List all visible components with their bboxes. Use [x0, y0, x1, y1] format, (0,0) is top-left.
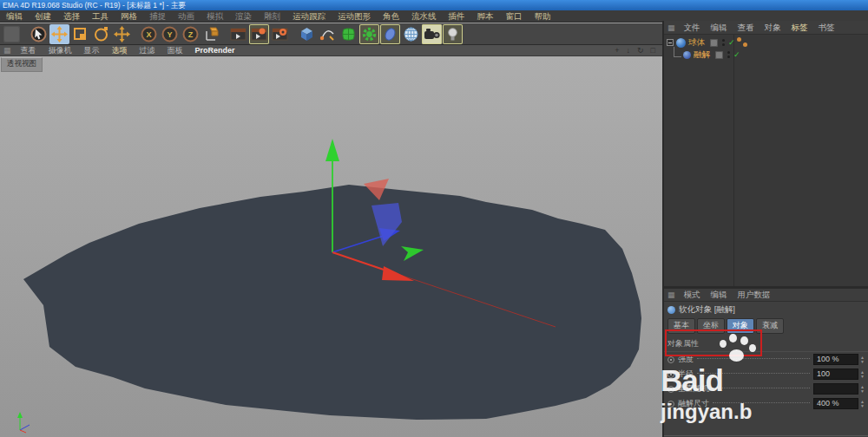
phong-tag-icon[interactable]	[710, 39, 718, 47]
om-menu-objects[interactable]: 对象	[760, 21, 786, 35]
camera-button[interactable]	[422, 24, 442, 44]
menu-simulate[interactable]: 模拟	[201, 10, 229, 23]
am-panel-menu-icon[interactable]: ▦	[664, 290, 679, 299]
menu-tools[interactable]: 工具	[86, 10, 115, 23]
last-tool-button[interactable]	[112, 24, 132, 44]
menu-sculpt[interactable]: 雕刻	[258, 10, 286, 23]
layer-dot[interactable]	[737, 37, 741, 42]
menu-plugins[interactable]: 插件	[443, 10, 471, 23]
om-panel-menu-icon[interactable]: ▦	[664, 23, 679, 32]
visibility-dots[interactable]	[727, 50, 730, 59]
last-tool-icon	[114, 26, 130, 42]
menu-create[interactable]: 创建	[29, 10, 57, 23]
stepper-arrows[interactable]: ▲▼	[860, 355, 865, 364]
object-manager-tree[interactable]: 球体 ✓ 融解 ✓	[664, 35, 868, 286]
visibility-dots[interactable]	[722, 38, 725, 47]
menu-snap[interactable]: 捕捉	[143, 10, 172, 23]
layer-dot[interactable]	[743, 42, 747, 47]
lock-x-axis-button[interactable]: X	[139, 24, 159, 44]
viewport-menubar: ▦ 查看 摄像机 显示 选项 过滤 面板 ProRender + ↓ ↻ □	[0, 45, 662, 56]
generator-button[interactable]	[359, 24, 379, 44]
vertical-randomness-value-field[interactable]	[813, 383, 858, 395]
collapse-icon[interactable]	[667, 39, 674, 46]
vp-menu-display[interactable]: 显示	[78, 45, 106, 56]
enabled-check-icon[interactable]: ✓	[733, 50, 740, 59]
perspective-viewport: ▦ 查看 摄像机 显示 选项 过滤 面板 ProRender + ↓ ↻ □	[0, 45, 662, 437]
stepper-arrows[interactable]: ▲▼	[860, 385, 865, 394]
pan-view-icon[interactable]: +	[611, 45, 622, 56]
vp-menu-panel[interactable]: 面板	[161, 45, 189, 56]
phong-tag-icon[interactable]	[715, 51, 723, 59]
toggle-view-icon[interactable]: □	[648, 45, 659, 56]
rotate-view-icon[interactable]: ↻	[634, 45, 648, 56]
om-menu-view[interactable]: 查看	[733, 21, 760, 35]
menu-render[interactable]: 渲染	[229, 10, 258, 23]
vp-menu-view[interactable]: 查看	[15, 45, 43, 56]
om-menu-bookmarks[interactable]: 书签	[813, 21, 840, 35]
scale-tool-button[interactable]	[70, 24, 90, 44]
menu-character[interactable]: 角色	[377, 10, 405, 23]
am-menu-mode[interactable]: 模式	[679, 288, 706, 302]
menu-pipeline[interactable]: 流水线	[405, 10, 443, 23]
lock-z-axis-button[interactable]: Z	[181, 24, 201, 44]
keyframe-dot-icon[interactable]	[667, 356, 674, 363]
keyframe-dot-icon[interactable]	[667, 371, 674, 378]
sphere-object-icon[interactable]	[676, 38, 686, 48]
lock-y-axis-button[interactable]: Y	[160, 24, 180, 44]
live-selection-button[interactable]	[29, 24, 49, 44]
vp-menu-filter[interactable]: 过滤	[134, 45, 161, 56]
rotate-tool-button[interactable]	[91, 24, 111, 44]
menu-select[interactable]: 选择	[57, 10, 86, 23]
menu-motion-tracker[interactable]: 运动跟踪	[286, 10, 332, 23]
render-settings-button[interactable]	[270, 24, 290, 44]
subdivision-surface-button[interactable]	[339, 24, 358, 44]
enabled-check-icon[interactable]: ✓	[728, 38, 735, 47]
keyframe-dot-icon[interactable]	[667, 401, 674, 408]
strength-value-field[interactable]: 100 %	[813, 354, 858, 365]
object-row-melt[interactable]: 融解 ✓	[671, 49, 740, 61]
deformer-button[interactable]	[380, 24, 400, 44]
om-menu-file[interactable]: 文件	[679, 21, 706, 35]
viewport-nav-icons: + ↓ ↻ □	[611, 45, 662, 56]
object-name[interactable]: 球体	[688, 37, 705, 49]
add-primitive-button[interactable]	[297, 24, 317, 44]
stepper-arrows[interactable]: ▲▼	[860, 370, 865, 379]
rotate-tool-icon	[93, 26, 109, 42]
spline-pen-button[interactable]	[318, 24, 338, 44]
vp-menu-options[interactable]: 选项	[106, 45, 134, 56]
cube-primitive-icon	[299, 26, 315, 42]
melt-deformer-icon[interactable]	[683, 51, 691, 59]
vp-menu-prorender[interactable]: ProRender	[189, 46, 241, 55]
viewport-panel-menu-icon[interactable]: ▦	[0, 46, 15, 55]
vp-menu-cameras[interactable]: 摄像机	[43, 45, 78, 56]
move-tool-icon	[51, 26, 68, 42]
viewport-canvas[interactable]	[0, 56, 662, 437]
environment-button[interactable]	[401, 24, 421, 44]
radius-value-field[interactable]: 100	[813, 369, 858, 380]
menu-mograph[interactable]: 运动图形	[332, 10, 377, 23]
melted-size-value-field[interactable]: 400 %	[813, 398, 858, 409]
coordinate-system-button[interactable]	[201, 24, 221, 44]
menu-window[interactable]: 窗口	[500, 10, 529, 23]
keyframe-dot-icon[interactable]	[667, 386, 674, 393]
om-menu-tags[interactable]: 标签	[786, 21, 813, 35]
om-menu-edit[interactable]: 编辑	[706, 21, 733, 35]
undo-button[interactable]	[2, 24, 22, 44]
render-view-button[interactable]	[228, 24, 248, 44]
attribute-object-header: 软化对象 [融解]	[664, 302, 868, 316]
am-menu-edit[interactable]: 编辑	[706, 288, 733, 302]
move-tool-button[interactable]	[49, 24, 69, 44]
menu-edit[interactable]: 编辑	[0, 10, 29, 23]
object-name[interactable]: 融解	[694, 49, 710, 61]
menu-script[interactable]: 脚本	[471, 10, 500, 23]
menu-help[interactable]: 帮助	[529, 10, 557, 23]
menu-mesh[interactable]: 网格	[115, 10, 143, 23]
dolly-view-icon[interactable]: ↓	[623, 45, 635, 56]
menu-animate[interactable]: 动画	[172, 10, 201, 23]
render-picture-viewer-button[interactable]	[249, 24, 269, 44]
light-button[interactable]	[443, 24, 463, 44]
undo-icon	[3, 26, 20, 42]
stepper-arrows[interactable]: ▲▼	[860, 400, 865, 408]
parameter-label: 半径	[678, 369, 694, 380]
am-menu-userdata[interactable]: 用户数据	[733, 288, 776, 302]
